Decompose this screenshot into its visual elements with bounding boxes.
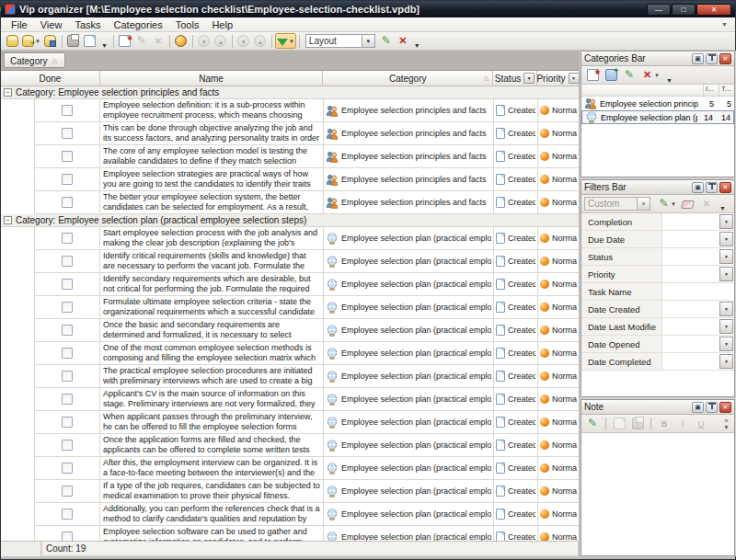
- note-restore-icon[interactable]: ▣: [692, 402, 704, 413]
- edit-task-icon[interactable]: [133, 33, 150, 49]
- task-row[interactable]: When applicant passes through the prelim…: [34, 411, 579, 434]
- task-row[interactable]: After this, the employment interview can…: [34, 457, 579, 480]
- done-checkbox[interactable]: [62, 394, 73, 405]
- menu-item-tasks[interactable]: Tasks: [68, 18, 107, 31]
- print-preview-icon[interactable]: [82, 33, 98, 49]
- note-content[interactable]: [581, 433, 734, 555]
- status-filter-dropdown-icon[interactable]: ▼: [523, 73, 535, 84]
- done-checkbox[interactable]: [62, 486, 73, 497]
- filter-value-field[interactable]: [662, 248, 719, 265]
- column-header-category[interactable]: Category△: [323, 71, 493, 86]
- task-row[interactable]: Once the application forms are filled an…: [34, 434, 579, 457]
- filter-icon-dropdown[interactable]: ▼: [289, 39, 294, 44]
- layout-combobox-dropdown-icon[interactable]: ▼: [362, 34, 375, 48]
- add-category-icon[interactable]: [584, 67, 601, 83]
- bold-icon[interactable]: [656, 416, 673, 431]
- edit-category-icon[interactable]: [621, 67, 638, 83]
- apply-filter-icon-dropdown[interactable]: ▼: [671, 201, 676, 207]
- move-up-icon[interactable]: ▲: [213, 33, 229, 49]
- filter-dropdown-icon[interactable]: ▼: [719, 214, 733, 229]
- task-row[interactable]: Identify critical requirements (skills a…: [34, 250, 579, 273]
- categories-restore-icon[interactable]: ▣: [692, 53, 704, 64]
- filter-value-field[interactable]: [662, 318, 719, 335]
- task-row[interactable]: If a type of the job requires, candidate…: [34, 480, 579, 503]
- close-button[interactable]: ✕: [696, 4, 731, 16]
- task-row[interactable]: Once the basic and secondary requirement…: [34, 319, 579, 342]
- filter-icon[interactable]: ▼: [275, 33, 296, 49]
- add-subcategory-icon[interactable]: [603, 67, 619, 83]
- filter-value-field[interactable]: [662, 301, 719, 317]
- filter-value-field[interactable]: [662, 266, 719, 282]
- print-note-icon[interactable]: [629, 416, 646, 431]
- categories-pin-icon[interactable]: [706, 53, 718, 64]
- more-filter-options-icon[interactable]: ▼: [717, 205, 729, 211]
- note-options-icon[interactable]: ▼: [723, 424, 730, 430]
- delete-filter-icon[interactable]: [698, 196, 715, 211]
- collapse-group-icon[interactable]: −: [4, 88, 12, 97]
- done-checkbox[interactable]: [62, 348, 73, 359]
- categories-col2-header[interactable]: T...: [719, 85, 734, 96]
- edit-note-icon[interactable]: [584, 416, 601, 431]
- done-checkbox[interactable]: [62, 256, 73, 267]
- minimize-button[interactable]: —: [647, 4, 671, 16]
- done-checkbox[interactable]: [62, 105, 73, 116]
- more-print-options-icon[interactable]: ▼: [98, 42, 110, 49]
- done-checkbox[interactable]: [62, 371, 73, 382]
- done-checkbox[interactable]: [62, 463, 73, 474]
- save-database-icon[interactable]: [42, 33, 59, 49]
- layout-combobox-value[interactable]: Layout: [305, 34, 362, 48]
- filter-dropdown-icon[interactable]: ▼: [719, 267, 733, 281]
- layout-combobox[interactable]: Layout ▼: [305, 34, 375, 48]
- done-checkbox[interactable]: [62, 325, 73, 336]
- column-header-status[interactable]: Status▼: [493, 71, 537, 86]
- task-row[interactable]: Identify secondary requirements which ar…: [34, 273, 579, 296]
- category-group-row[interactable]: − Category: Employee selection principle…: [1, 86, 579, 99]
- filter-preset-value[interactable]: Custom: [584, 197, 638, 211]
- filter-value-field[interactable]: [662, 283, 719, 300]
- filter-value-field[interactable]: [662, 231, 719, 247]
- filter-dropdown-icon[interactable]: ▼: [719, 302, 733, 316]
- new-task-icon[interactable]: [117, 33, 133, 49]
- menu-overflow-icon[interactable]: ▼: [718, 21, 731, 28]
- more-layout-options-icon[interactable]: ▼: [411, 42, 423, 49]
- task-row[interactable]: Start employee selection process with th…: [34, 227, 579, 250]
- new-database-icon[interactable]: [4, 33, 20, 49]
- filter-dropdown-icon[interactable]: ▼: [719, 249, 733, 264]
- delete-task-icon[interactable]: [150, 33, 167, 49]
- categories-close-icon[interactable]: ✕: [719, 53, 731, 64]
- menu-item-help[interactable]: Help: [205, 18, 239, 31]
- filter-dropdown-icon[interactable]: ▼: [719, 319, 733, 334]
- delete-layout-icon[interactable]: [395, 33, 411, 49]
- menu-item-file[interactable]: File: [5, 18, 34, 31]
- filter-dropdown-icon[interactable]: ▼: [719, 337, 733, 351]
- done-checkbox[interactable]: [62, 302, 73, 313]
- done-checkbox[interactable]: [62, 509, 73, 520]
- filters-close-icon[interactable]: ✕: [719, 182, 731, 193]
- italic-icon[interactable]: [674, 416, 691, 431]
- done-checkbox[interactable]: [62, 197, 73, 208]
- complete-task-icon[interactable]: [173, 33, 190, 49]
- menu-item-view[interactable]: View: [34, 18, 69, 31]
- column-header-name[interactable]: Name: [100, 71, 324, 86]
- category-list-item[interactable]: Employee selection plan (practical emplo…: [581, 110, 734, 124]
- filter-preset-combobox[interactable]: Custom ▼: [584, 197, 650, 211]
- task-row[interactable]: Applicant's CV is the main source of inf…: [34, 388, 579, 411]
- task-row[interactable]: The practical employee selection procedu…: [34, 365, 579, 388]
- filter-dropdown-icon[interactable]: ▼: [719, 354, 733, 369]
- open-database-icon-dropdown[interactable]: ▼: [35, 39, 40, 44]
- apply-filter-icon[interactable]: ▼: [656, 196, 678, 211]
- maximize-button[interactable]: □: [672, 4, 696, 16]
- clear-filter-icon[interactable]: [680, 196, 696, 211]
- menu-item-categories[interactable]: Categories: [108, 18, 169, 31]
- delete-category-icon[interactable]: ▼: [639, 67, 661, 83]
- open-database-icon[interactable]: ▼: [20, 33, 42, 49]
- done-checkbox[interactable]: [62, 417, 73, 428]
- done-checkbox[interactable]: [62, 128, 73, 139]
- task-row[interactable]: Employee selection software can be used …: [34, 526, 579, 541]
- task-row[interactable]: Employee selection strategies are practi…: [34, 168, 579, 191]
- filters-pin-icon[interactable]: [706, 182, 718, 193]
- done-checkbox[interactable]: [62, 531, 73, 541]
- note-close-icon[interactable]: ✕: [719, 402, 731, 413]
- note-overflow-icon[interactable]: »: [724, 417, 728, 424]
- filter-preset-dropdown-icon[interactable]: ▼: [638, 197, 650, 211]
